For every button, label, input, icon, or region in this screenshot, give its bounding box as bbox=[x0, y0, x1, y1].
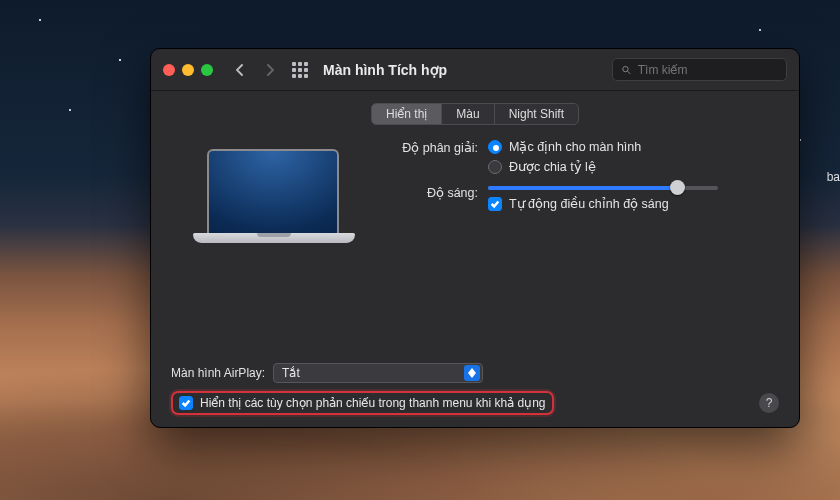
zoom-button[interactable] bbox=[201, 64, 213, 76]
airplay-label: Màn hình AirPlay: bbox=[171, 366, 265, 380]
checkbox-label: Hiển thị các tùy chọn phản chiếu trong t… bbox=[200, 396, 546, 410]
auto-brightness-checkbox[interactable]: Tự động điều chỉnh độ sáng bbox=[488, 196, 718, 211]
edge-text: ba bbox=[827, 170, 840, 184]
svg-point-0 bbox=[623, 66, 628, 71]
slider-thumb[interactable] bbox=[670, 180, 685, 195]
desktop-wallpaper: ba Màn hình Tích hợp bbox=[0, 0, 840, 500]
settings-panel: Độ phân giải: Mặc định cho màn hình Được… bbox=[383, 139, 779, 263]
airplay-value: Tắt bbox=[282, 366, 300, 380]
radio-label: Được chia tỷ lệ bbox=[509, 159, 596, 174]
search-input[interactable] bbox=[638, 63, 778, 77]
tab-night-shift[interactable]: Night Shift bbox=[495, 104, 578, 124]
checkbox-icon bbox=[179, 396, 193, 410]
radio-label: Mặc định cho màn hình bbox=[509, 139, 641, 154]
resolution-default-radio[interactable]: Mặc định cho màn hình bbox=[488, 139, 641, 154]
window-controls bbox=[163, 64, 213, 76]
show-all-button[interactable] bbox=[289, 59, 311, 81]
show-mirroring-menu-checkbox[interactable]: Hiển thị các tùy chọn phản chiếu trong t… bbox=[179, 396, 546, 410]
window-title: Màn hình Tích hợp bbox=[323, 62, 447, 78]
forward-button[interactable] bbox=[259, 59, 281, 81]
chevron-updown-icon bbox=[464, 365, 480, 381]
resolution-label: Độ phân giải: bbox=[383, 139, 478, 155]
highlighted-option: Hiển thị các tùy chọn phản chiếu trong t… bbox=[171, 391, 554, 415]
close-button[interactable] bbox=[163, 64, 175, 76]
brightness-label: Độ sáng: bbox=[383, 184, 478, 200]
brightness-slider[interactable] bbox=[488, 186, 718, 190]
checkbox-icon bbox=[488, 197, 502, 211]
radio-icon bbox=[488, 160, 502, 174]
radio-icon bbox=[488, 140, 502, 154]
checkbox-label: Tự động điều chỉnh độ sáng bbox=[509, 196, 669, 211]
back-button[interactable] bbox=[229, 59, 251, 81]
minimize-button[interactable] bbox=[182, 64, 194, 76]
device-illustration bbox=[189, 145, 359, 263]
content-area: Hiển thị Màu Night Shift Độ phân giải: bbox=[151, 91, 799, 427]
grid-icon bbox=[292, 62, 308, 78]
search-field[interactable] bbox=[612, 58, 787, 81]
tab-color[interactable]: Màu bbox=[442, 104, 494, 124]
tab-bar: Hiển thị Màu Night Shift bbox=[171, 103, 779, 125]
svg-line-1 bbox=[628, 71, 631, 74]
bottom-controls: Màn hình AirPlay: Tắt Hiển bbox=[171, 363, 779, 415]
titlebar: Màn hình Tích hợp bbox=[151, 49, 799, 91]
help-button[interactable]: ? bbox=[759, 393, 779, 413]
tab-display[interactable]: Hiển thị bbox=[372, 104, 442, 124]
airplay-select[interactable]: Tắt bbox=[273, 363, 483, 383]
preferences-window: Màn hình Tích hợp Hiển thị Màu Night Shi… bbox=[150, 48, 800, 428]
search-icon bbox=[621, 64, 632, 76]
resolution-scaled-radio[interactable]: Được chia tỷ lệ bbox=[488, 159, 641, 174]
